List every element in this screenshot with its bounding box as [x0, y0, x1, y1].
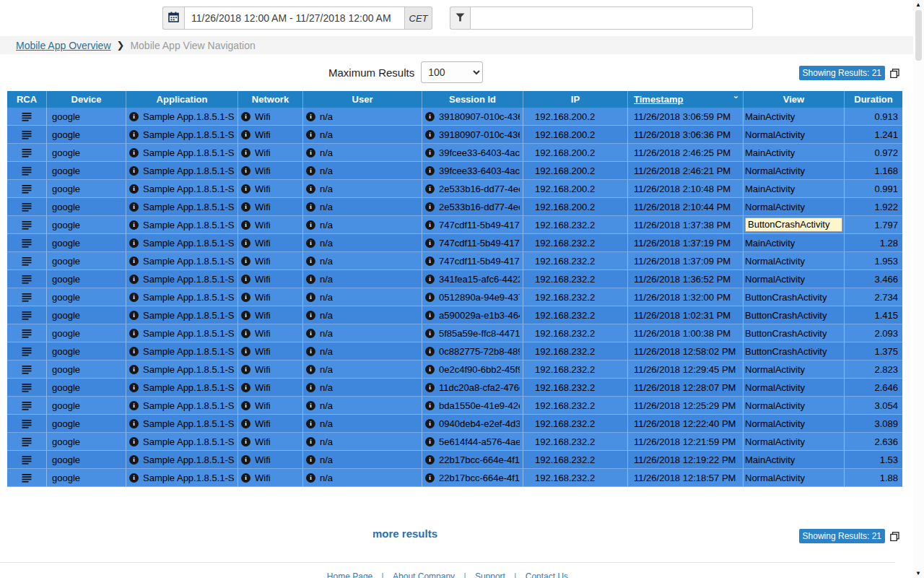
rca-cell[interactable] [7, 126, 47, 144]
table-row[interactable]: google i Sample App.1.8.5.1-SN i Wifi i … [7, 361, 902, 379]
rca-cell[interactable] [7, 198, 47, 216]
rca-menu-icon[interactable] [22, 437, 32, 447]
session-info-icon[interactable]: i [425, 112, 435, 121]
session-info-icon[interactable]: i [425, 256, 435, 266]
table-row[interactable]: google i Sample App.1.8.5.1-SN i Wifi i … [7, 379, 902, 397]
user-info-icon[interactable]: i [306, 455, 315, 465]
rca-cell[interactable] [7, 379, 47, 397]
rca-cell[interactable] [7, 252, 47, 270]
rca-cell[interactable] [7, 306, 47, 324]
scroll-up-icon[interactable]: ▲ [915, 1, 921, 8]
rca-menu-icon[interactable] [22, 148, 32, 158]
column-header-ip[interactable]: IP [523, 91, 628, 108]
rca-cell[interactable] [7, 361, 47, 379]
application-info-icon[interactable]: i [129, 383, 139, 392]
network-info-icon[interactable]: i [241, 202, 250, 212]
table-row[interactable]: google i Sample App.1.8.5.1-SN i Wifi i … [7, 198, 902, 216]
network-info-icon[interactable]: i [241, 112, 250, 121]
table-row[interactable]: google i Sample App.1.8.5.1-SN i Wifi i … [7, 126, 902, 144]
user-info-icon[interactable]: i [306, 365, 315, 374]
scroll-down-icon[interactable]: ▼ [915, 570, 921, 577]
footer-link-about-company[interactable]: About Company [393, 571, 455, 578]
rca-cell[interactable] [7, 108, 47, 126]
session-info-icon[interactable]: i [425, 148, 435, 158]
rca-cell[interactable] [7, 451, 47, 469]
network-info-icon[interactable]: i [241, 419, 250, 428]
footer-link-support[interactable]: Support [475, 571, 505, 578]
application-info-icon[interactable]: i [129, 148, 139, 158]
rca-cell[interactable] [7, 433, 47, 451]
user-info-icon[interactable]: i [306, 130, 315, 139]
table-row[interactable]: google i Sample App.1.8.5.1-SN i Wifi i … [7, 433, 902, 451]
rca-cell[interactable] [7, 234, 47, 252]
session-info-icon[interactable]: i [425, 437, 435, 447]
table-row[interactable]: google i Sample App.1.8.5.1-SN i Wifi i … [7, 180, 902, 198]
table-row[interactable]: google i Sample App.1.8.5.1-SN i Wifi i … [7, 270, 902, 288]
network-info-icon[interactable]: i [241, 365, 250, 374]
application-info-icon[interactable]: i [129, 365, 139, 374]
network-info-icon[interactable]: i [241, 293, 250, 302]
user-info-icon[interactable]: i [306, 401, 315, 410]
rca-menu-icon[interactable] [22, 329, 32, 338]
network-info-icon[interactable]: i [241, 329, 250, 338]
table-row[interactable]: google i Sample App.1.8.5.1-SN i Wifi i … [7, 162, 902, 180]
application-info-icon[interactable]: i [129, 437, 139, 447]
rca-cell[interactable] [7, 162, 47, 180]
network-info-icon[interactable]: i [241, 401, 250, 410]
rca-menu-icon[interactable] [22, 166, 32, 176]
rca-menu-icon[interactable] [22, 256, 32, 266]
application-info-icon[interactable]: i [129, 419, 139, 428]
user-info-icon[interactable]: i [306, 166, 315, 176]
search-filter-input[interactable] [470, 7, 753, 30]
scrollbar-thumb[interactable] [915, 10, 922, 61]
rca-menu-icon[interactable] [22, 401, 32, 410]
column-header-rca[interactable]: RCA [7, 91, 47, 108]
rca-cell[interactable] [7, 216, 47, 234]
session-info-icon[interactable]: i [425, 401, 435, 410]
rca-cell[interactable] [7, 180, 47, 198]
session-info-icon[interactable]: i [425, 419, 435, 428]
user-info-icon[interactable]: i [306, 148, 315, 158]
session-info-icon[interactable]: i [425, 275, 435, 284]
application-info-icon[interactable]: i [129, 401, 139, 410]
application-info-icon[interactable]: i [129, 166, 139, 176]
table-row[interactable]: google i Sample App.1.8.5.1-SN i Wifi i … [7, 415, 902, 433]
rca-menu-icon[interactable] [22, 473, 32, 483]
application-info-icon[interactable]: i [129, 256, 139, 266]
network-info-icon[interactable]: i [241, 220, 250, 230]
application-info-icon[interactable]: i [129, 311, 139, 320]
user-info-icon[interactable]: i [306, 473, 315, 483]
network-info-icon[interactable]: i [241, 166, 250, 176]
session-info-icon[interactable]: i [425, 455, 435, 465]
table-row[interactable]: google i Sample App.1.8.5.1-SN i Wifi i … [7, 342, 902, 361]
sort-desc-icon[interactable]: ⌄ [733, 91, 739, 100]
rca-menu-icon[interactable] [22, 202, 32, 212]
user-info-icon[interactable]: i [306, 202, 315, 212]
more-results-link[interactable]: more results [372, 527, 437, 540]
table-row[interactable]: google i Sample App.1.8.5.1-SN i Wifi i … [7, 252, 902, 270]
rca-menu-icon[interactable] [22, 220, 32, 230]
user-info-icon[interactable]: i [306, 238, 315, 248]
user-info-icon[interactable]: i [306, 383, 315, 392]
session-info-icon[interactable]: i [425, 383, 435, 392]
rca-menu-icon[interactable] [22, 383, 32, 392]
application-info-icon[interactable]: i [129, 293, 139, 302]
user-info-icon[interactable]: i [306, 275, 315, 284]
rca-menu-icon[interactable] [22, 293, 32, 302]
application-info-icon[interactable]: i [129, 455, 139, 465]
table-row[interactable]: google i Sample App.1.8.5.1-SN i Wifi i … [7, 324, 902, 342]
user-info-icon[interactable]: i [306, 311, 315, 320]
application-info-icon[interactable]: i [129, 329, 139, 338]
column-header-session-id[interactable]: Session Id [422, 91, 523, 108]
column-header-user[interactable]: User [303, 91, 422, 108]
breadcrumb-link-mobile-app-overview[interactable]: Mobile App Overview [16, 40, 111, 51]
user-info-icon[interactable]: i [306, 220, 315, 230]
application-info-icon[interactable]: i [129, 347, 139, 356]
session-info-icon[interactable]: i [425, 311, 435, 320]
rca-menu-icon[interactable] [22, 130, 32, 139]
rca-cell[interactable] [7, 469, 47, 487]
column-header-network[interactable]: Network [238, 91, 303, 108]
session-info-icon[interactable]: i [425, 130, 435, 139]
column-header-application[interactable]: Application [126, 91, 238, 108]
date-range-input[interactable] [184, 7, 405, 30]
